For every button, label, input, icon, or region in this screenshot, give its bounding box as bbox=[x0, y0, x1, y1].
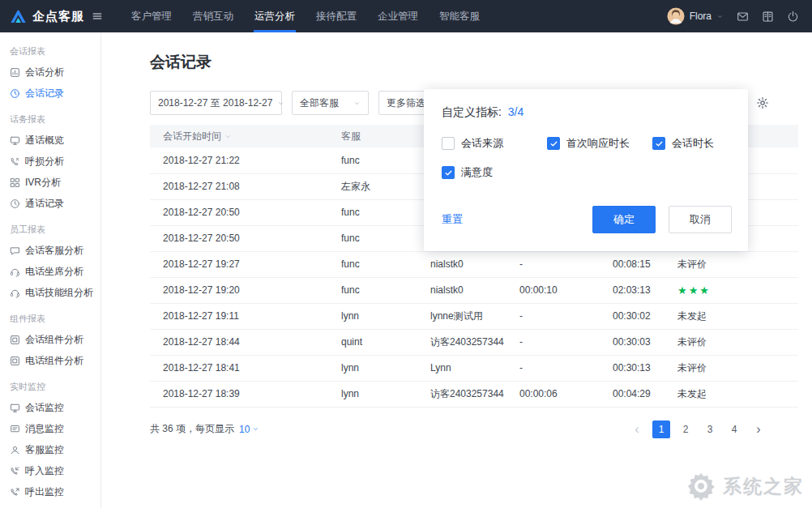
nav-item[interactable]: 客户管理 bbox=[121, 0, 182, 32]
monitor-icon bbox=[10, 135, 20, 146]
power-icon[interactable] bbox=[787, 11, 799, 23]
satisfaction-cell: 未评价 bbox=[665, 251, 798, 277]
sidebar-item-label: 会话记录 bbox=[25, 87, 64, 100]
nav-item[interactable]: 接待配置 bbox=[306, 0, 367, 32]
nav-item[interactable]: 智能客服 bbox=[429, 0, 490, 32]
sidebar-item[interactable]: 会话分析 bbox=[0, 62, 100, 83]
contacts-icon[interactable] bbox=[762, 11, 774, 23]
page-button[interactable]: 4 bbox=[725, 420, 743, 438]
nav-item[interactable]: 企业管理 bbox=[367, 0, 429, 32]
metric-checkbox[interactable]: 会话时长 bbox=[652, 136, 714, 151]
user-menu[interactable]: Flora bbox=[667, 7, 724, 25]
table-row[interactable]: 2018-12-27 19:20funcnialstk000:00:1002:0… bbox=[150, 277, 798, 303]
nav-item[interactable]: 营销互动 bbox=[182, 0, 244, 32]
table-row[interactable]: 2018-12-27 18:44quint访客2403257344-00:30:… bbox=[150, 329, 798, 355]
satisfaction-cell: 未评价 bbox=[665, 329, 798, 355]
first-response-cell: - bbox=[506, 355, 600, 381]
sidebar-item[interactable]: 呼入监控 bbox=[0, 460, 100, 481]
nav-item[interactable]: 运营分析 bbox=[244, 0, 306, 32]
sidebar-item[interactable]: 通话概览 bbox=[0, 130, 100, 151]
column-header[interactable]: 会话开始时间 bbox=[150, 125, 328, 147]
agent-filter-select[interactable]: 全部客服 bbox=[292, 91, 369, 115]
reset-link[interactable]: 重置 bbox=[442, 212, 463, 227]
sidebar-item[interactable]: 通话记录 bbox=[0, 193, 100, 214]
page-button[interactable]: 1 bbox=[652, 420, 670, 438]
table-row[interactable]: 2018-12-27 19:11lynnlynne测试用-00:30:02未发起 bbox=[150, 303, 798, 329]
page-button[interactable]: 3 bbox=[701, 420, 719, 438]
call-out-icon bbox=[10, 487, 20, 497]
satisfaction-cell: 未评价 bbox=[665, 355, 798, 381]
duration-cell: 00:08:15 bbox=[600, 251, 665, 277]
date-range-value: 2018-12-27 至 2018-12-27 bbox=[158, 96, 272, 110]
checked-checkbox-icon bbox=[547, 137, 560, 150]
table-row[interactable]: 2018-12-27 19:27funcnialstk0-00:08:15未评价 bbox=[150, 251, 798, 277]
satisfaction-cell: ★★★ bbox=[665, 277, 798, 303]
visitor-cell: nialstk0 bbox=[417, 251, 506, 277]
pagination: ‹1234› bbox=[628, 420, 767, 438]
checkbox-label: 满意度 bbox=[461, 165, 493, 180]
clock-icon bbox=[10, 88, 20, 99]
modal-footer: 重置 确定 取消 bbox=[442, 206, 732, 233]
brand-name: 企点客服 bbox=[32, 9, 84, 24]
sidebar-item[interactable]: IVR分析 bbox=[0, 172, 100, 193]
gear-icon[interactable] bbox=[756, 96, 769, 109]
watermark-text: 系统之家 bbox=[723, 474, 804, 499]
modal-title: 自定义指标: 3/4 bbox=[442, 105, 732, 120]
metric-checkbox[interactable]: 满意度 bbox=[442, 165, 547, 180]
page-button[interactable]: 2 bbox=[677, 420, 694, 438]
sidebar-item[interactable]: 会话组件分析 bbox=[0, 329, 100, 350]
agent-cell: func bbox=[328, 199, 417, 225]
sidebar-item[interactable]: 消息监控 bbox=[0, 418, 100, 439]
prev-page-button[interactable]: ‹ bbox=[628, 420, 646, 438]
cancel-button[interactable]: 取消 bbox=[669, 206, 732, 233]
duration-cell: 00:04:29 bbox=[600, 381, 665, 407]
sidebar-item[interactable]: 呼损分析 bbox=[0, 151, 100, 172]
sidebar-item[interactable]: 电话坐席分析 bbox=[0, 261, 100, 282]
message-icon bbox=[10, 424, 20, 434]
user-name: Flora bbox=[690, 11, 712, 22]
page-size-select[interactable]: 10 bbox=[239, 424, 259, 435]
checkbox-label: 会话来源 bbox=[461, 136, 503, 151]
component-icon bbox=[10, 335, 20, 345]
agent-cell: quint bbox=[328, 329, 417, 355]
sidebar-item[interactable]: 会话客服分析 bbox=[0, 240, 100, 261]
confirm-button[interactable]: 确定 bbox=[592, 206, 656, 233]
next-page-button[interactable]: › bbox=[750, 420, 767, 438]
sidebar-section-title: 会话报表 bbox=[0, 39, 100, 62]
sidebar-item[interactable]: 电话技能组分析 bbox=[0, 282, 100, 303]
satisfaction-cell: 未发起 bbox=[665, 381, 798, 407]
metric-checkbox[interactable]: 会话来源 bbox=[442, 136, 547, 151]
sidebar-section-title: 组件报表 bbox=[0, 303, 100, 329]
sidebar-item[interactable]: 客服监控 bbox=[0, 439, 100, 460]
chevron-down-icon bbox=[252, 425, 259, 433]
sidebar-item[interactable]: 会话记录 bbox=[0, 83, 100, 104]
visitor-cell: Lynn bbox=[417, 355, 506, 381]
checkbox-label: 首次响应时长 bbox=[566, 136, 630, 151]
headset-icon bbox=[10, 267, 20, 277]
metric-checkboxes: 会话来源首次响应时长会话时长满意度 bbox=[442, 136, 732, 194]
date-range-select[interactable]: 2018-12-27 至 2018-12-27 bbox=[150, 91, 282, 115]
sidebar-item-label: 会话分析 bbox=[25, 66, 64, 79]
time-cell: 2018-12-27 19:20 bbox=[150, 277, 328, 303]
modal-count: 3/4 bbox=[508, 105, 524, 118]
brand[interactable]: 企点客服 bbox=[0, 8, 111, 25]
sidebar-item[interactable]: 会话监控 bbox=[0, 397, 100, 418]
time-cell: 2018-12-27 20:50 bbox=[150, 199, 328, 225]
sidebar-item-label: 通话概览 bbox=[25, 134, 64, 147]
agent-icon bbox=[10, 445, 20, 455]
agent-cell: 左家永 bbox=[328, 173, 417, 199]
sidebar-item-label: 呼入监控 bbox=[25, 464, 64, 478]
hamburger-icon[interactable] bbox=[92, 11, 103, 22]
mail-icon[interactable] bbox=[737, 11, 749, 23]
sidebar-item-label: IVR分析 bbox=[25, 176, 61, 190]
metric-checkbox[interactable]: 首次响应时长 bbox=[547, 136, 652, 151]
sort-icon bbox=[224, 131, 232, 143]
first-response-cell: 00:00:10 bbox=[506, 277, 600, 303]
sidebar-item[interactable]: 呼出监控 bbox=[0, 481, 100, 502]
watermark-gear-icon bbox=[686, 471, 716, 502]
table-row[interactable]: 2018-12-27 18:39lynn访客240325734400:00:06… bbox=[150, 381, 798, 407]
agent-cell: lynn bbox=[328, 355, 417, 381]
duration-cell: 00:30:13 bbox=[600, 355, 665, 381]
table-row[interactable]: 2018-12-27 18:41lynnLynn-00:30:13未评价 bbox=[150, 355, 798, 381]
sidebar-item[interactable]: 电话组件分析 bbox=[0, 350, 100, 371]
